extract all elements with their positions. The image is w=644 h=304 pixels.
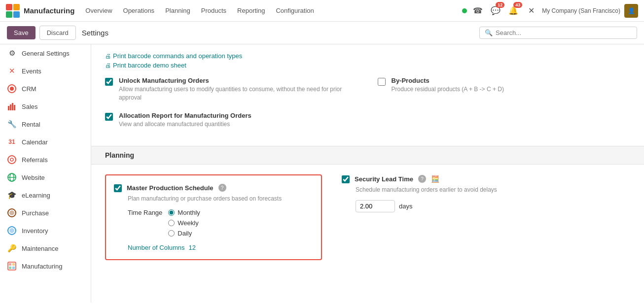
manufacturing-icon bbox=[7, 261, 17, 271]
radio-daily-label: Daily bbox=[178, 230, 192, 237]
svg-rect-1 bbox=[13, 4, 20, 10]
search-bar[interactable]: 🔍 bbox=[479, 27, 637, 39]
sidebar-item-crm[interactable]: CRM bbox=[0, 80, 91, 98]
app-logo-icon bbox=[6, 4, 20, 18]
sidebar-item-referrals[interactable]: Referrals bbox=[0, 151, 91, 169]
num-columns-label: Number of Columns bbox=[128, 244, 185, 251]
unlock-orders-row: Unlock Manufacturing Orders Allow manufa… bbox=[105, 77, 630, 102]
rental-icon: 🔧 bbox=[7, 119, 17, 129]
barcode-section: Print barcode commands and operation typ… bbox=[91, 44, 644, 146]
time-range-radio-group: Monthly Weekly Daily bbox=[168, 209, 200, 237]
num-columns-value: 12 bbox=[189, 244, 196, 251]
sidebar-item-website[interactable]: Website bbox=[0, 169, 91, 186]
svg-point-18 bbox=[9, 228, 14, 233]
top-navigation: Manufacturing Overview Operations Planni… bbox=[0, 0, 644, 22]
notifications-badge: 43 bbox=[513, 2, 522, 8]
by-products-text: By-Products Produce residual products (A… bbox=[392, 77, 631, 94]
barcode-link-2[interactable]: Print barcode demo sheet bbox=[105, 62, 630, 69]
unlock-orders-checkbox[interactable] bbox=[105, 78, 113, 86]
sidebar-item-inventory[interactable]: Inventory bbox=[0, 222, 91, 239]
radio-monthly-label: Monthly bbox=[178, 209, 200, 216]
purchase-icon bbox=[7, 208, 17, 218]
svg-point-11 bbox=[10, 158, 13, 161]
days-label: days bbox=[399, 203, 412, 210]
svg-rect-7 bbox=[10, 104, 11, 110]
sidebar-item-general-settings[interactable]: ⚙ General Settings bbox=[0, 44, 91, 62]
save-button[interactable]: Save bbox=[7, 26, 36, 39]
messages-icon-btn[interactable]: 💬 12 bbox=[489, 4, 502, 18]
discard-button[interactable]: Discard bbox=[39, 26, 76, 40]
barcode-links: Print barcode commands and operation typ… bbox=[105, 52, 630, 69]
sidebar-item-rental[interactable]: 🔧 Rental bbox=[0, 115, 91, 133]
master-production-box: Master Production Schedule ? Plan manufa… bbox=[105, 174, 322, 260]
barcode-link-1[interactable]: Print barcode commands and operation typ… bbox=[105, 52, 630, 60]
master-production-help-icon[interactable]: ? bbox=[218, 184, 226, 192]
allocation-item: Allocation Report for Manufacturing Orde… bbox=[105, 112, 358, 129]
nav-configuration[interactable]: Configuration bbox=[271, 5, 319, 16]
allocation-placeholder bbox=[378, 112, 631, 129]
nav-operations[interactable]: Operations bbox=[118, 5, 160, 16]
user-avatar[interactable]: 👤 bbox=[624, 4, 638, 18]
sidebar-label-website: Website bbox=[22, 174, 45, 181]
sidebar-label-sales: Sales bbox=[22, 103, 38, 110]
master-production-label: Master Production Schedule bbox=[127, 184, 214, 192]
security-input-row: days bbox=[356, 200, 630, 212]
calendar-icon: 31 bbox=[7, 137, 17, 147]
sidebar: ⚙ General Settings ✕ Events CRM Sales 🔧 … bbox=[0, 44, 91, 303]
sidebar-item-elearning[interactable]: 🎓 eLearning bbox=[0, 186, 91, 204]
sidebar-item-calendar[interactable]: 31 Calendar bbox=[0, 133, 91, 151]
planning-content: Master Production Schedule ? Plan manufa… bbox=[91, 165, 644, 270]
nav-products[interactable]: Products bbox=[196, 5, 231, 16]
sidebar-item-purchase[interactable]: Purchase bbox=[0, 204, 91, 222]
nav-overview[interactable]: Overview bbox=[80, 5, 117, 16]
security-lead-checkbox[interactable] bbox=[342, 175, 350, 183]
svg-rect-8 bbox=[12, 103, 13, 110]
nav-links: Overview Operations Planning Products Re… bbox=[80, 5, 460, 16]
sidebar-label-referrals: Referrals bbox=[22, 156, 48, 164]
sidebar-item-maintenance[interactable]: 🔑 Maintenance bbox=[0, 239, 91, 257]
svg-rect-0 bbox=[6, 4, 12, 10]
status-indicator bbox=[462, 8, 467, 13]
svg-rect-21 bbox=[12, 263, 15, 266]
search-input[interactable] bbox=[496, 29, 632, 36]
security-days-input[interactable] bbox=[356, 200, 395, 212]
master-production-header: Master Production Schedule ? bbox=[114, 183, 313, 192]
num-columns-row: Number of Columns 12 bbox=[128, 244, 313, 251]
by-products-checkbox[interactable] bbox=[378, 78, 386, 86]
phone-icon-btn[interactable]: ☎ bbox=[471, 4, 485, 18]
nav-reporting[interactable]: Reporting bbox=[232, 5, 270, 16]
sidebar-item-manufacturing[interactable]: Manufacturing bbox=[0, 257, 91, 275]
radio-weekly-input[interactable] bbox=[168, 220, 175, 226]
sidebar-item-sales[interactable]: Sales bbox=[0, 98, 91, 115]
svg-rect-9 bbox=[14, 105, 15, 110]
elearning-icon: 🎓 bbox=[7, 190, 17, 200]
radio-monthly-input[interactable] bbox=[168, 209, 175, 216]
security-lead-help-icon[interactable]: ? bbox=[418, 175, 426, 183]
security-lead-label: Security Lead Time bbox=[355, 175, 413, 183]
sidebar-label-crm: CRM bbox=[22, 85, 36, 93]
by-products-item: By-Products Produce residual products (A… bbox=[378, 77, 631, 102]
svg-rect-3 bbox=[13, 11, 20, 18]
sidebar-label-general-settings: General Settings bbox=[22, 50, 70, 57]
close-icon-btn[interactable]: ✕ bbox=[524, 4, 538, 18]
unlock-orders-item: Unlock Manufacturing Orders Allow manufa… bbox=[105, 77, 358, 102]
notifications-icon-btn[interactable]: 🔔 43 bbox=[506, 4, 520, 18]
svg-rect-22 bbox=[9, 267, 11, 269]
allocation-checkbox[interactable] bbox=[105, 113, 113, 121]
nav-planning[interactable]: Planning bbox=[160, 5, 195, 16]
referrals-icon bbox=[7, 155, 17, 165]
sidebar-item-events[interactable]: ✕ Events bbox=[0, 62, 91, 80]
radio-daily: Daily bbox=[168, 230, 200, 237]
radio-weekly: Weekly bbox=[168, 219, 200, 227]
svg-rect-20 bbox=[9, 263, 11, 266]
app-name: Manufacturing bbox=[24, 6, 74, 15]
sidebar-label-purchase: Purchase bbox=[22, 209, 49, 217]
radio-daily-input[interactable] bbox=[168, 230, 175, 236]
svg-point-5 bbox=[10, 87, 14, 91]
by-products-label: By-Products bbox=[392, 77, 631, 84]
app-logo[interactable]: Manufacturing bbox=[6, 4, 74, 18]
sales-icon bbox=[7, 101, 17, 111]
company-selector[interactable]: My Company (San Francisco) bbox=[542, 7, 620, 14]
master-production-checkbox[interactable] bbox=[114, 184, 122, 192]
allocation-desc: View and allocate manufactured quantitie… bbox=[119, 120, 358, 129]
